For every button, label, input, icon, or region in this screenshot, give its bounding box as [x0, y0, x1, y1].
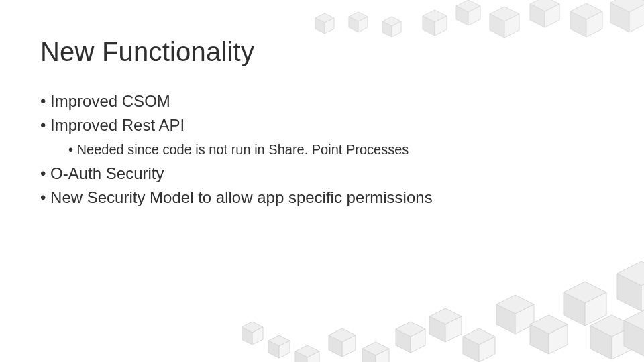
- svg-marker-4: [349, 17, 358, 32]
- svg-marker-27: [241, 322, 263, 333]
- svg-marker-37: [329, 335, 342, 357]
- svg-marker-52: [496, 304, 515, 334]
- svg-marker-6: [382, 17, 401, 26]
- sub-bullet-item: Needed since code is not run in Share. P…: [68, 139, 604, 160]
- svg-marker-53: [515, 304, 534, 334]
- svg-marker-3: [349, 12, 368, 21]
- svg-marker-29: [252, 327, 263, 345]
- svg-marker-20: [545, 4, 559, 27]
- svg-marker-63: [617, 261, 644, 286]
- svg-marker-62: [612, 326, 633, 359]
- svg-marker-49: [463, 337, 479, 362]
- sub-bullet-text: Needed since code is not run in Share. P…: [77, 142, 409, 157]
- svg-marker-21: [570, 3, 602, 19]
- svg-marker-9: [423, 10, 447, 22]
- svg-marker-31: [268, 341, 279, 358]
- svg-marker-11: [435, 16, 447, 36]
- svg-marker-64: [617, 274, 641, 311]
- svg-marker-14: [468, 6, 480, 25]
- svg-marker-44: [411, 329, 425, 353]
- svg-marker-67: [624, 320, 644, 358]
- svg-marker-56: [549, 324, 568, 354]
- bullet-text: Improved Rest API: [50, 116, 184, 134]
- svg-marker-54: [530, 315, 568, 334]
- svg-marker-7: [382, 21, 392, 37]
- svg-marker-10: [423, 16, 435, 36]
- svg-marker-51: [496, 295, 534, 314]
- svg-marker-25: [610, 3, 629, 32]
- bullet-item: Improved CSOM: [40, 90, 604, 113]
- slide-title: New Functionality: [40, 37, 604, 67]
- svg-marker-35: [307, 351, 319, 362]
- svg-marker-45: [429, 308, 462, 324]
- sub-bullet-list: Needed since code is not run in Share. P…: [68, 139, 604, 160]
- bullet-item: Improved Rest API Needed since code is n…: [40, 114, 604, 160]
- slide-content: New Functionality Improved CSOM Improved…: [40, 37, 604, 209]
- svg-marker-1: [315, 18, 325, 34]
- bullet-text: New Security Model to allow app specific…: [50, 188, 433, 206]
- svg-marker-65: [641, 274, 644, 311]
- svg-marker-5: [358, 17, 368, 32]
- svg-marker-43: [396, 329, 411, 353]
- svg-marker-47: [445, 316, 462, 342]
- svg-marker-12: [456, 0, 480, 12]
- decorative-cubes-bottom: [241, 241, 644, 362]
- svg-marker-23: [586, 11, 602, 37]
- svg-marker-36: [329, 328, 356, 342]
- svg-marker-8: [392, 21, 401, 37]
- svg-marker-41: [376, 349, 389, 362]
- svg-marker-60: [590, 315, 633, 337]
- bullet-list: Improved CSOM Improved Rest API Needed s…: [40, 90, 604, 209]
- svg-marker-39: [362, 342, 389, 355]
- svg-marker-15: [490, 7, 519, 21]
- svg-marker-28: [241, 327, 252, 345]
- svg-marker-30: [268, 335, 290, 346]
- svg-marker-46: [429, 316, 445, 342]
- slide: New Functionality Improved CSOM Improved…: [0, 0, 644, 362]
- svg-marker-57: [564, 282, 606, 303]
- svg-marker-0: [315, 13, 334, 23]
- svg-marker-24: [610, 0, 644, 12]
- svg-marker-19: [530, 4, 545, 27]
- bullet-text: O-Auth Security: [50, 164, 164, 182]
- svg-marker-17: [504, 14, 519, 38]
- bullet-item: New Security Model to allow app specific…: [40, 186, 604, 209]
- svg-marker-58: [564, 292, 585, 326]
- svg-marker-22: [570, 11, 586, 37]
- svg-marker-38: [342, 335, 356, 357]
- svg-marker-55: [530, 324, 549, 354]
- bullet-item: O-Auth Security: [40, 162, 604, 185]
- svg-marker-26: [629, 3, 644, 32]
- svg-marker-59: [585, 292, 606, 326]
- svg-marker-18: [530, 0, 559, 11]
- svg-marker-13: [456, 6, 468, 25]
- svg-marker-2: [325, 18, 334, 34]
- svg-marker-40: [362, 349, 376, 362]
- svg-marker-34: [295, 351, 307, 362]
- svg-marker-66: [624, 308, 644, 333]
- svg-marker-32: [279, 341, 290, 358]
- svg-marker-33: [295, 345, 319, 357]
- bullet-text: Improved CSOM: [50, 92, 170, 110]
- svg-marker-50: [479, 337, 495, 362]
- svg-marker-48: [463, 328, 495, 345]
- svg-marker-16: [490, 14, 504, 38]
- svg-marker-61: [590, 326, 612, 359]
- svg-marker-42: [396, 322, 425, 337]
